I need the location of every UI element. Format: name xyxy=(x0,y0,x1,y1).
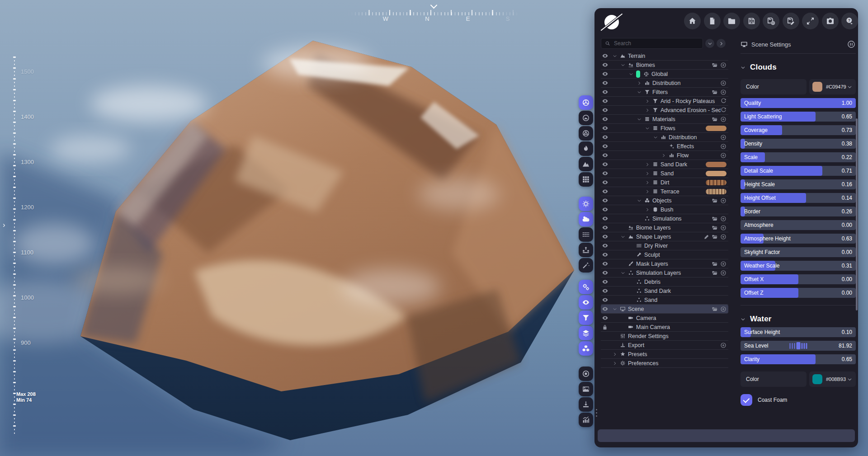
chevron-down-icon[interactable] xyxy=(629,72,636,76)
tree-item-presets[interactable]: Presets xyxy=(601,350,728,359)
clouds-skylight-factor-slider[interactable]: Skylight Factor0.00 xyxy=(741,247,856,257)
chevron-right-icon[interactable] xyxy=(645,99,652,103)
reload-button[interactable] xyxy=(802,13,819,29)
visibility-eye-icon[interactable] xyxy=(602,89,613,95)
clouds-weather-scale-slider[interactable]: Weather Scale0.31 xyxy=(741,261,856,271)
open-folder-button[interactable] xyxy=(712,270,718,276)
tree-item-arid-rocky-plateaus[interactable]: Arid - Rocky Plateaus xyxy=(601,97,728,106)
tree-item-sand[interactable]: Sand xyxy=(601,169,728,178)
visibility-eye-icon[interactable] xyxy=(602,251,613,258)
tree-item-biomes[interactable]: Biomes xyxy=(601,61,728,70)
add-plus-button[interactable] xyxy=(720,116,726,122)
material-color-swatch[interactable] xyxy=(706,126,726,131)
clouds-atmosphere-slider[interactable]: Atmosphere0.00 xyxy=(741,220,856,230)
tree-item-distribution[interactable]: Distribution xyxy=(601,133,728,142)
tree-item-mask-layers[interactable]: Mask Layers xyxy=(601,259,728,268)
clouds-detail-scale-slider[interactable]: Detail Scale0.71 xyxy=(741,166,856,176)
visibility-eye-icon[interactable] xyxy=(602,170,613,177)
visibility-eye-icon[interactable] xyxy=(602,269,613,276)
enabled-pill-indicator[interactable] xyxy=(636,71,640,78)
open-folder-button[interactable] xyxy=(712,216,718,222)
visibility-eye-icon[interactable] xyxy=(602,71,613,77)
tree-item-distribution[interactable]: Distribution xyxy=(601,79,728,88)
chevron-right-icon[interactable] xyxy=(645,189,652,194)
view-wireframe-button[interactable] xyxy=(579,126,593,141)
clouds-density-slider[interactable]: Density0.38 xyxy=(741,139,856,149)
settings-scrollbar[interactable] xyxy=(856,118,858,310)
add-plus-button[interactable] xyxy=(720,134,726,141)
objects-toggle-button[interactable] xyxy=(579,341,593,356)
snapshot-gallery-button[interactable] xyxy=(579,382,593,396)
tree-item-terrace[interactable]: Terrace xyxy=(601,187,728,196)
filters-toggle-button[interactable] xyxy=(579,310,593,325)
chevron-right-icon[interactable] xyxy=(613,352,620,357)
tree-item-materials[interactable]: Materials xyxy=(601,115,728,124)
open-folder-button[interactable] xyxy=(712,62,718,68)
chevron-right-icon[interactable] xyxy=(661,153,669,158)
water-surface-height-slider[interactable]: Surface Height0.10 xyxy=(741,327,856,337)
water-color-picker[interactable]: #008B93 xyxy=(809,371,856,387)
tree-item-simulations[interactable]: Simulations xyxy=(601,214,728,223)
tree-item-preferences[interactable]: Preferences xyxy=(601,359,728,368)
visibility-eye-icon[interactable] xyxy=(602,242,613,249)
add-plus-button[interactable] xyxy=(720,234,726,240)
open-folder-button[interactable] xyxy=(712,306,718,312)
tree-item-filters[interactable]: Filters xyxy=(601,88,728,97)
scene-export-button[interactable] xyxy=(579,243,593,257)
screenshot-button[interactable] xyxy=(822,13,839,29)
sun-settings-button[interactable] xyxy=(579,197,593,211)
material-color-swatch[interactable] xyxy=(706,162,726,167)
panel-resize-handle[interactable] xyxy=(595,409,598,417)
visibility-eye-icon[interactable] xyxy=(602,215,613,222)
visibility-eye-icon[interactable] xyxy=(602,98,613,104)
save-as-button[interactable] xyxy=(763,13,779,29)
tree-item-dirt[interactable]: Dirt xyxy=(601,178,728,187)
open-folder-button[interactable] xyxy=(712,197,718,204)
chevron-down-icon[interactable] xyxy=(637,117,644,122)
open-folder-button[interactable] xyxy=(712,116,718,122)
clouds-coverage-slider[interactable]: Coverage0.73 xyxy=(741,125,856,135)
home-button[interactable] xyxy=(684,13,701,29)
visibility-eye-icon[interactable] xyxy=(602,107,613,113)
tree-item-sand-dark[interactable]: Sand Dark xyxy=(601,160,728,169)
help-button[interactable] xyxy=(841,13,858,29)
add-plus-button[interactable] xyxy=(720,143,726,150)
water-section-header[interactable]: Water xyxy=(741,315,856,324)
chevron-down-icon[interactable] xyxy=(613,54,620,58)
chevron-down-icon[interactable] xyxy=(645,126,652,131)
clouds-color-picker[interactable]: #C09479 xyxy=(809,79,856,94)
layers-toggle-button[interactable] xyxy=(579,326,593,340)
add-plus-button[interactable] xyxy=(720,197,726,204)
tree-item-export[interactable]: Export xyxy=(601,341,728,350)
tree-item-main-camera[interactable]: Main Camera xyxy=(601,323,728,332)
tree-item-global[interactable]: Global xyxy=(601,70,728,79)
open-project-button[interactable] xyxy=(723,13,740,29)
view-terrain-button[interactable] xyxy=(579,111,593,125)
open-folder-button[interactable] xyxy=(712,234,718,240)
tree-item-render-settings[interactable]: Render Settings xyxy=(601,332,728,341)
tree-item-objects[interactable]: Objects xyxy=(601,196,728,205)
clouds-section-header[interactable]: Clouds xyxy=(741,63,856,72)
visibility-eye-icon[interactable] xyxy=(602,224,613,231)
search-box[interactable] xyxy=(601,38,703,49)
tree-item-camera[interactable]: Camera xyxy=(601,314,728,323)
tree-item-dry-river[interactable]: Dry River xyxy=(601,241,728,250)
magic-wand-button[interactable] xyxy=(579,258,593,273)
panel-toggle-icon[interactable] xyxy=(847,40,856,49)
add-plus-button[interactable] xyxy=(720,89,726,95)
water-clarity-slider[interactable]: Clarity0.65 xyxy=(741,354,856,364)
material-color-swatch[interactable] xyxy=(706,189,726,194)
add-plus-button[interactable] xyxy=(720,342,726,348)
chevron-right-icon[interactable] xyxy=(645,180,652,185)
open-folder-button[interactable] xyxy=(712,89,718,95)
grid-button[interactable] xyxy=(579,172,593,187)
tree-item-biome-layers[interactable]: Biome Layers xyxy=(601,223,728,232)
add-plus-button[interactable] xyxy=(720,80,726,86)
chevron-down-icon[interactable] xyxy=(637,198,644,203)
clouds-light-scattering-slider[interactable]: Light Scattering0.65 xyxy=(741,112,856,122)
chevron-right-icon[interactable] xyxy=(645,162,652,167)
visibility-eye-icon[interactable] xyxy=(602,296,613,303)
visibility-eye-icon[interactable] xyxy=(602,116,613,122)
coast-foam-checkbox[interactable]: Coast Foam xyxy=(741,394,856,406)
add-plus-button[interactable] xyxy=(720,225,726,231)
